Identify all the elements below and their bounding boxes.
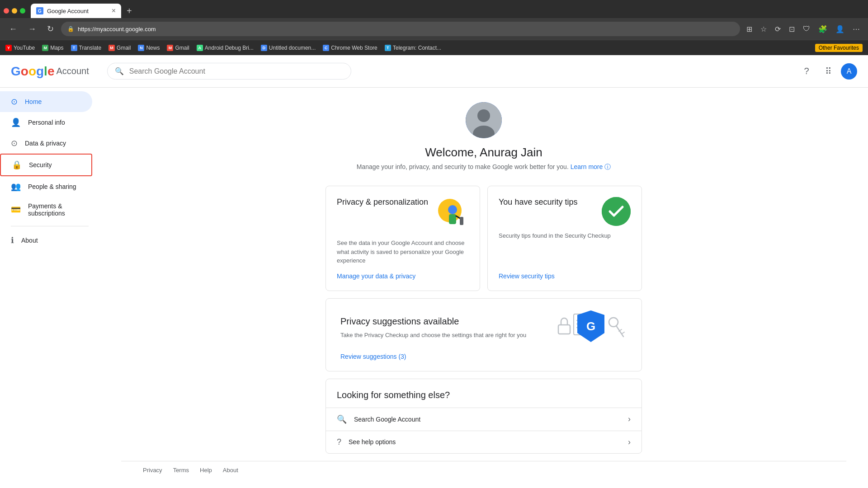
search-looking-icon: 🔍	[337, 414, 347, 424]
traffic-green[interactable]	[20, 8, 25, 14]
other-favourites[interactable]: Other Favourites	[815, 44, 863, 52]
privacy-suggestions-svg: G	[555, 310, 627, 346]
youtube-favicon: Y	[5, 45, 12, 51]
welcome-subtitle: Manage your info, privacy, and security …	[357, 163, 611, 171]
people-icon: 👥	[11, 182, 21, 192]
reader-mode-icon[interactable]: ⊞	[744, 23, 755, 35]
chevron-right-icon-help: ›	[628, 437, 631, 447]
split-view-icon[interactable]: ⊡	[786, 23, 797, 35]
header-search: 🔍	[107, 63, 351, 80]
help-button[interactable]: ?	[797, 62, 816, 80]
privacy-suggestions-title: Privacy suggestions available	[340, 315, 526, 327]
profile-icon[interactable]: 👤	[833, 23, 847, 35]
google-account-logo: Google Account	[11, 64, 89, 79]
sidebar-label-data-privacy: Data & privacy	[25, 140, 66, 147]
security-card-link[interactable]: Review security tips	[499, 272, 631, 280]
google-logo-text: Google	[11, 64, 54, 79]
extension-icon[interactable]: ⟳	[772, 23, 783, 35]
news-favicon: N	[138, 45, 144, 51]
privacy-card-title-wrap: Privacy & personalization	[337, 197, 428, 207]
star-icon[interactable]: ☆	[758, 23, 769, 35]
refresh-button[interactable]: ↻	[43, 22, 57, 36]
traffic-red[interactable]	[4, 8, 9, 14]
help-looking-icon: ?	[337, 437, 341, 447]
sidebar-item-security[interactable]: 🔒 Security	[0, 154, 92, 176]
privacy-card-header: Privacy & personalization	[337, 197, 469, 233]
looking-item-search[interactable]: 🔍 Search Google Account ›	[326, 408, 642, 431]
browser-tab-bar: G Google Account × +	[0, 0, 868, 18]
puzzle-icon[interactable]: 🧩	[816, 23, 830, 35]
security-card-title: You have security tips	[499, 197, 577, 207]
bookmark-gmail2[interactable]: M Gmail	[167, 45, 189, 51]
docs-favicon: D	[261, 45, 267, 51]
looking-for-card: Looking for something else? 🔍 Search Goo…	[326, 379, 642, 454]
search-box[interactable]: 🔍	[107, 63, 351, 80]
android-favicon: A	[197, 45, 203, 51]
browser-chrome: G Google Account × + ← → ↻ 🔒 https://mya…	[0, 0, 868, 40]
sidebar: ⊙ Home 👤 Personal info ⊙ Data & privacy …	[0, 88, 99, 488]
looking-item-help[interactable]: ? See help options ›	[326, 431, 642, 453]
svg-line-17	[616, 326, 623, 337]
footer-about-link[interactable]: About	[223, 467, 238, 474]
bookmark-news[interactable]: N News	[138, 45, 160, 51]
sidebar-label-personal-info: Personal info	[28, 119, 65, 126]
menu-icon[interactable]: ⋯	[850, 23, 863, 35]
bookmark-maps[interactable]: M Maps	[42, 45, 63, 51]
data-privacy-icon: ⊙	[11, 138, 18, 148]
browser-tab-active[interactable]: G Google Account ×	[31, 4, 121, 18]
bookmark-telegram[interactable]: T Telegram: Contact...	[385, 45, 441, 51]
url-text: https://myaccount.google.com	[78, 26, 156, 33]
sidebar-label-security: Security	[29, 161, 52, 169]
content-area: Welcome, Anurag Jain Manage your info, p…	[99, 88, 868, 488]
profile-photo-svg	[466, 102, 502, 138]
learn-more-link[interactable]: Learn more ⓘ	[571, 163, 611, 170]
gmail2-favicon: M	[167, 45, 173, 51]
footer-privacy-link[interactable]: Privacy	[143, 467, 162, 474]
cards-grid: Privacy & personalization	[326, 186, 642, 291]
sidebar-item-data-privacy[interactable]: ⊙ Data & privacy	[0, 133, 92, 154]
svg-point-1	[477, 109, 490, 122]
sidebar-item-payments[interactable]: 💳 Payments & subscriptions	[0, 197, 92, 222]
back-button[interactable]: ←	[5, 23, 21, 36]
apps-button[interactable]: ⠿	[819, 62, 837, 80]
privacy-card-link[interactable]: Manage your data & privacy	[337, 272, 469, 280]
privacy-card: Privacy & personalization	[326, 186, 480, 291]
svg-rect-7	[460, 217, 463, 225]
sidebar-label-about: About	[21, 237, 38, 244]
privacy-suggestions-link[interactable]: Review suggestions (3)	[340, 353, 627, 360]
bookmark-docs[interactable]: D Untitled documen...	[261, 45, 316, 51]
bookmark-translate[interactable]: T Translate	[71, 45, 102, 51]
sidebar-label-people-sharing: People & sharing	[28, 183, 76, 190]
privacy-card-title: Privacy & personalization	[337, 197, 428, 207]
sidebar-item-people-sharing[interactable]: 👥 People & sharing	[0, 176, 92, 197]
svg-line-19	[622, 332, 624, 334]
sidebar-item-home[interactable]: ⊙ Home	[0, 91, 92, 112]
footer-help-link[interactable]: Help	[200, 467, 212, 474]
sidebar-item-about[interactable]: ℹ About	[0, 230, 92, 251]
close-tab-button[interactable]: ×	[112, 7, 116, 14]
shield-icon[interactable]: 🛡	[800, 23, 813, 35]
see-help-options-label: See help options	[349, 438, 628, 446]
footer-terms-link[interactable]: Terms	[173, 467, 189, 474]
new-tab-button[interactable]: +	[123, 4, 136, 18]
bookmark-youtube[interactable]: Y YouTube	[5, 45, 35, 51]
traffic-yellow[interactable]	[12, 8, 17, 14]
page-footer: Privacy Terms Help About	[121, 461, 846, 479]
telegram-favicon: T	[385, 45, 391, 51]
security-card-desc: Security tips found in the Security Chec…	[499, 231, 631, 240]
main-content: ⊙ Home 👤 Personal info ⊙ Data & privacy …	[0, 88, 868, 488]
address-bar[interactable]: 🔒 https://myaccount.google.com	[61, 22, 740, 36]
sidebar-item-personal-info[interactable]: 👤 Personal info	[0, 112, 92, 133]
user-avatar[interactable]: A	[841, 63, 857, 80]
svg-rect-9	[558, 325, 570, 334]
bookmark-chrome-store[interactable]: C Chrome Web Store	[323, 45, 377, 51]
search-google-account-label: Search Google Account	[354, 416, 628, 423]
page-header: Google Account 🔍 ? ⠿ A	[0, 55, 868, 88]
search-input[interactable]	[129, 67, 344, 75]
profile-avatar	[466, 102, 502, 138]
security-card-title-wrap: You have security tips	[499, 197, 577, 207]
sidebar-label-payments: Payments & subscriptions	[28, 202, 81, 217]
bookmark-android-debug[interactable]: A Android Debug Bri...	[197, 45, 254, 51]
bookmark-gmail1[interactable]: M Gmail	[108, 45, 131, 51]
forward-button[interactable]: →	[24, 23, 40, 36]
